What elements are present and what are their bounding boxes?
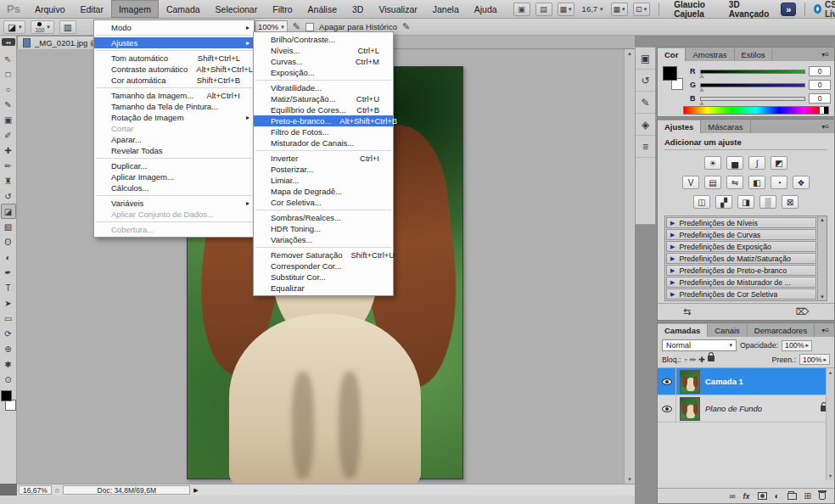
brush-preset-picker[interactable]: 100 ▾: [31, 20, 53, 34]
adjustments-menu-item[interactable]: Exposição...: [254, 67, 393, 78]
link-layers-icon[interactable]: ∞: [729, 491, 735, 501]
image-menu-item[interactable]: Tom automático Shift+Ctrl+L: [94, 53, 254, 64]
preset-row[interactable]: ▶ Predefinições de Níveis: [666, 217, 816, 228]
menubar-item[interactable]: 3D: [345, 0, 371, 18]
lasso-tool-icon[interactable]: ○: [1, 81, 16, 97]
marquee-tool-icon[interactable]: □: [1, 66, 16, 81]
image-menu-item[interactable]: Tamanho da Tela de Pintura...: [94, 101, 254, 112]
gradient-tool-icon[interactable]: ▧: [1, 219, 16, 234]
adjustments-menu-item[interactable]: Equalizar: [254, 283, 393, 294]
gradient-map-icon[interactable]: ▒: [759, 195, 776, 209]
threshold-icon[interactable]: ◨: [737, 195, 754, 209]
add-layer-mask-icon[interactable]: [758, 492, 767, 500]
slider-marker-icon[interactable]: [699, 74, 704, 78]
expand-arrow-icon[interactable]: ▶: [670, 244, 675, 250]
color-balance-icon[interactable]: ⇋: [726, 176, 743, 189]
image-menu-item[interactable]: Rotação de Imagem: [94, 112, 254, 123]
arrange-documents-icon[interactable]: ▦▾: [611, 3, 628, 16]
adjustments-menu-item[interactable]: Matiz/Saturação... Ctrl+U: [254, 93, 393, 104]
scroll-down-icon[interactable]: ▼: [627, 477, 632, 482]
image-menu-item[interactable]: Modo: [94, 22, 254, 33]
adjustments-menu-item[interactable]: Mapa de Degradê...: [254, 186, 393, 197]
adjustments-menu-item[interactable]: Remover Saturação Shift+Ctrl+U: [254, 249, 393, 260]
scroll-down-icon[interactable]: ▼: [828, 473, 832, 479]
pen-tool-icon[interactable]: ✒: [1, 265, 16, 280]
menubar-item[interactable]: Arquivo: [27, 0, 73, 18]
panel-tab[interactable]: Amostras: [686, 48, 734, 61]
menubar-item[interactable]: Editar: [73, 0, 111, 18]
mini-bridge-panel-icon[interactable]: ▣: [636, 48, 655, 70]
menubar-item[interactable]: Selecionar: [208, 0, 266, 18]
adjustments-menu-item[interactable]: Filtro de Fotos...: [254, 126, 393, 137]
lock-transparency-icon[interactable]: ▫: [685, 356, 687, 364]
channel-slider[interactable]: [700, 97, 805, 101]
menubar-item[interactable]: Janela: [425, 0, 467, 18]
panel-menu-icon[interactable]: ▾≡: [818, 123, 832, 131]
crop-tool-icon[interactable]: ▣: [1, 112, 16, 127]
blur-tool-icon[interactable]: ʘ: [1, 234, 16, 249]
history-brush-tool-icon[interactable]: ↺: [1, 188, 16, 204]
eye-icon[interactable]: [662, 378, 672, 385]
lock-position-icon[interactable]: ✚: [698, 356, 705, 364]
lock-all-icon[interactable]: [708, 356, 715, 361]
menubar-item[interactable]: Visualizar: [371, 0, 424, 18]
menubar-item[interactable]: Imagem: [111, 0, 159, 18]
adjustments-menu-item[interactable]: Variações...: [254, 234, 393, 245]
healing-brush-tool-icon[interactable]: ✚: [1, 143, 16, 158]
zoom-level-control[interactable]: 16,7▾: [580, 4, 606, 14]
preset-row[interactable]: ▶ Predefinições de Curvas: [666, 229, 816, 240]
view-extras-icon[interactable]: ▦▾: [558, 3, 574, 16]
brightness-contrast-icon[interactable]: ☀: [704, 156, 721, 170]
adjustments-menu-item[interactable]: Substituir Cor...: [254, 272, 393, 283]
preset-row[interactable]: ▶ Predefinições de Cor Seletiva: [666, 288, 816, 300]
layer-style-icon[interactable]: fx: [743, 492, 750, 501]
image-menu-item[interactable]: Aplicar Conjunto de Dados...: [94, 209, 254, 220]
scroll-up-icon[interactable]: ▲: [828, 370, 832, 375]
layer-thumbnail[interactable]: [680, 370, 700, 394]
expand-arrow-icon[interactable]: ▶: [670, 267, 675, 274]
image-menu-item[interactable]: Tamanho da Imagem... Alt+Ctrl+I: [94, 90, 254, 101]
status-menu-arrow-icon[interactable]: ▶: [193, 487, 198, 494]
preset-row[interactable]: ▶ Predefinições de Misturador de ...: [666, 277, 816, 288]
posterize-icon[interactable]: ▞: [715, 195, 732, 209]
status-zoom-field[interactable]: 16,67%: [19, 485, 52, 495]
move-tool-icon[interactable]: ⇖: [1, 51, 16, 66]
history-panel-icon[interactable]: ↺: [636, 70, 655, 92]
image-menu-item[interactable]: Cortar: [94, 123, 254, 134]
presets-scrollbar[interactable]: ▲ ▼: [817, 216, 827, 300]
slider-marker-icon[interactable]: [699, 101, 704, 105]
path-selection-tool-icon[interactable]: ➤: [1, 295, 16, 311]
panel-tab[interactable]: Ajustes: [658, 120, 701, 133]
panel-tab[interactable]: Canais: [708, 324, 748, 337]
image-menu-item[interactable]: Cálculos...: [94, 182, 254, 193]
foreground-color-swatch[interactable]: [663, 66, 677, 81]
mini-bridge-icon[interactable]: ▤: [535, 3, 552, 16]
eye-icon[interactable]: [662, 406, 672, 412]
zoom-tool-icon[interactable]: ⊙: [1, 372, 16, 387]
eraser-tool-icon[interactable]: ◪: [1, 204, 16, 219]
curves-icon[interactable]: ∫: [748, 156, 765, 170]
erase-history-checkbox[interactable]: [305, 23, 314, 31]
adjustments-menu-item[interactable]: Equilíbrio de Cores... Ctrl+B: [254, 104, 393, 115]
panel-tab[interactable]: Camadas: [658, 324, 708, 337]
cs-live-menu[interactable]: CS Live ▾: [814, 0, 835, 19]
adjustments-menu-item[interactable]: Níveis... Ctrl+L: [254, 45, 393, 56]
panel-menu-icon[interactable]: ▾≡: [818, 51, 832, 59]
3d-orbit-tool-icon[interactable]: ⊕: [1, 341, 16, 356]
adjustments-menu-item[interactable]: Limiar...: [254, 175, 393, 186]
channel-value-field[interactable]: 0: [809, 80, 831, 90]
layers-scrollbar[interactable]: ▲ ▼: [826, 368, 834, 480]
exposure-icon[interactable]: ◩: [771, 156, 787, 170]
adjustments-menu-item[interactable]: Brilho/Contraste...: [254, 34, 393, 45]
image-menu-item[interactable]: Ajustes: [94, 37, 254, 48]
layer-fill-field[interactable]: 100% ▸: [799, 354, 830, 365]
adjustments-menu-item[interactable]: Inverter Ctrl+I: [254, 153, 393, 164]
brush-tool-icon[interactable]: ✏: [1, 158, 16, 173]
vibrance-icon[interactable]: V: [682, 176, 699, 189]
image-menu-item[interactable]: Duplicar...: [94, 160, 254, 171]
expand-arrow-icon[interactable]: ▶: [670, 220, 675, 227]
workspace-expand-button[interactable]: »: [781, 3, 796, 16]
3d-panel-icon[interactable]: ◈: [636, 114, 655, 136]
toggle-brush-panel-button[interactable]: ▥: [59, 20, 76, 34]
image-menu-item[interactable]: Cobertura...: [94, 224, 254, 235]
